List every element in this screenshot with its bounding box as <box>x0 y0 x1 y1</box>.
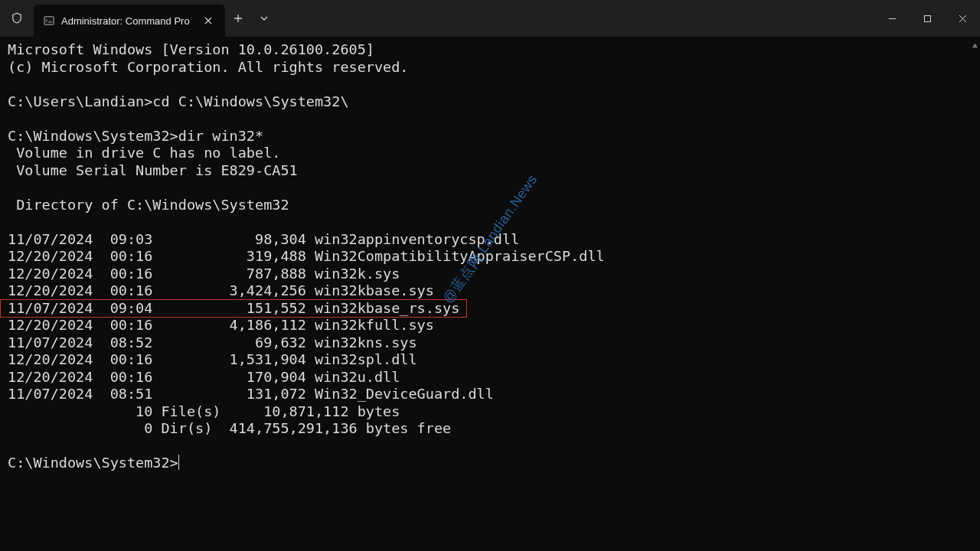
app-shield-icon <box>0 0 34 37</box>
maximize-button[interactable] <box>910 0 945 37</box>
tab-title: Administrator: Command Pro <box>61 15 194 27</box>
terminal-line: Microsoft Windows [Version 10.0.26100.26… <box>8 41 980 59</box>
terminal-line: 12/20/2024 00:16 4,186,112 win32kfull.sy… <box>8 317 980 334</box>
svg-rect-1 <box>924 15 930 21</box>
terminal-line: (c) Microsoft Corporation. All rights re… <box>8 59 980 77</box>
terminal-line: 12/20/2024 00:16 787,888 win32k.sys <box>8 266 980 283</box>
terminal-line: 11/07/2024 09:03 98,304 win32appinventor… <box>8 231 980 249</box>
terminal-line: Directory of C:\Windows\System32 <box>8 197 980 214</box>
plus-icon <box>234 14 243 23</box>
cmd-icon <box>43 15 55 27</box>
terminal-line: Volume Serial Number is E829-CA51 <box>8 162 980 180</box>
titlebar: Administrator: Command Pro <box>0 0 980 37</box>
svg-rect-0 <box>44 17 54 25</box>
window-controls <box>874 0 980 37</box>
terminal-line <box>8 110 980 128</box>
terminal-line: 11/07/2024 08:51 131,072 Win32_DeviceGua… <box>8 386 980 403</box>
terminal-line <box>8 438 980 455</box>
terminal-prompt[interactable]: C:\Windows\System32> <box>8 455 980 472</box>
tab-active[interactable]: Administrator: Command Pro <box>34 5 225 37</box>
terminal-line: 12/20/2024 00:16 1,531,904 win32spl.dll <box>8 351 980 369</box>
terminal-line: C:\Users\Landian>cd C:\Windows\System32\ <box>8 93 980 111</box>
minimize-icon <box>888 15 897 23</box>
tab-close-button[interactable] <box>201 13 216 28</box>
close-window-button[interactable] <box>945 0 980 37</box>
terminal-line: 12/20/2024 00:16 319,488 Win32Compatibil… <box>8 248 980 266</box>
tab-dropdown-button[interactable] <box>251 0 277 37</box>
terminal-line <box>8 214 980 231</box>
terminal-line <box>8 76 980 93</box>
maximize-icon <box>923 15 932 23</box>
minimize-button[interactable] <box>874 0 910 37</box>
terminal-line: 0 Dir(s) 414,755,291,136 bytes free <box>8 420 980 438</box>
terminal-line: 12/20/2024 00:16 170,904 win32u.dll <box>8 369 980 386</box>
scroll-up-arrow[interactable] <box>972 38 979 46</box>
close-icon <box>204 17 212 24</box>
terminal-window: Administrator: Command Pro Microsoft Win… <box>0 0 980 551</box>
chevron-down-icon <box>260 14 269 23</box>
titlebar-spacer <box>277 0 874 37</box>
terminal-line: 10 File(s) 10,871,112 bytes <box>8 403 980 421</box>
text-cursor <box>178 455 179 470</box>
new-tab-button[interactable] <box>225 0 251 37</box>
terminal-line: C:\Windows\System32>dir win32* <box>8 128 980 145</box>
terminal-line: 11/07/2024 08:52 69,632 win32kns.sys <box>8 334 980 352</box>
terminal-line <box>8 179 980 197</box>
terminal-line: 11/07/2024 09:04 151,552 win32kbase_rs.s… <box>8 300 980 318</box>
terminal-line: Volume in drive C has no label. <box>8 145 980 162</box>
close-icon <box>959 15 967 23</box>
terminal-output[interactable]: Microsoft Windows [Version 10.0.26100.26… <box>0 37 980 551</box>
terminal-line: 12/20/2024 00:16 3,424,256 win32kbase.sy… <box>8 282 980 300</box>
